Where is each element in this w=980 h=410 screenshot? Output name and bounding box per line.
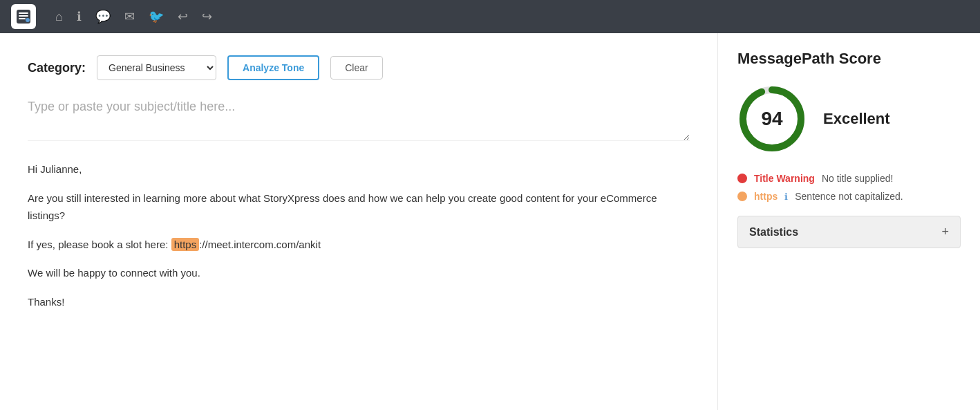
body-line-1: Are you still interested in learning mor… [28, 189, 690, 225]
navbar: ⌂ ℹ 💬 ✉ 🐦 ↩ ↪ [0, 0, 980, 33]
warnings-list: Title Warning No title supplied! https ℹ… [737, 173, 961, 202]
body-line-2-before: If yes, please book a slot here: [28, 239, 171, 250]
statistics-title: Statistics [749, 226, 798, 239]
warning-row-https: https ℹ Sentence not capitalized. [737, 191, 961, 202]
score-circle: 94 [737, 84, 807, 153]
editor-panel: Category: General Business Marketing Sal… [0, 33, 717, 410]
category-label: Category: [28, 61, 86, 75]
greeting-line: Hi Julianne, [28, 160, 690, 178]
chat-icon[interactable]: 💬 [95, 9, 111, 24]
reply-icon[interactable]: ↩ [178, 9, 188, 24]
category-row: Category: General Business Marketing Sal… [28, 55, 690, 80]
score-display: 94 Excellent [737, 84, 961, 153]
score-panel-title: MessagePath Score [737, 50, 961, 68]
https-warning-dot [737, 192, 747, 201]
mail-icon[interactable]: ✉ [124, 9, 135, 24]
score-number: 94 [761, 108, 782, 130]
nav-icons: ⌂ ℹ 💬 ✉ 🐦 ↩ ↪ [55, 9, 212, 24]
category-select[interactable]: General Business Marketing Sales Support [97, 55, 216, 80]
body-line-3: We will be happy to connect with you. [28, 264, 690, 282]
warning-row-title: Title Warning No title supplied! [737, 173, 961, 184]
clear-button[interactable]: Clear [330, 56, 382, 80]
body-line-4: Thanks! [28, 293, 690, 311]
info-icon[interactable]: ℹ [77, 9, 82, 24]
https-info-icon[interactable]: ℹ [784, 192, 788, 202]
body-line-2: If yes, please book a slot here: https:/… [28, 236, 690, 254]
main-container: Category: General Business Marketing Sal… [0, 33, 980, 410]
subject-input[interactable] [28, 100, 690, 141]
statistics-section[interactable]: Statistics + [737, 216, 961, 248]
score-label: Excellent [823, 110, 890, 128]
email-body: Hi Julianne, Are you still interested in… [28, 160, 690, 310]
twitter-icon[interactable]: 🐦 [149, 9, 164, 24]
https-warning-message: Sentence not capitalized. [795, 191, 903, 202]
https-warning-name: https [754, 191, 778, 202]
title-warning-name: Title Warning [754, 173, 815, 184]
svg-point-1 [26, 18, 30, 22]
statistics-expand-icon: + [941, 225, 949, 239]
analyze-tone-button[interactable]: Analyze Tone [227, 55, 319, 80]
home-icon[interactable]: ⌂ [55, 10, 63, 24]
forward-icon[interactable]: ↪ [202, 9, 212, 24]
app-logo[interactable] [11, 4, 36, 29]
https-link[interactable]: https [171, 238, 200, 251]
title-warning-message: No title supplied! [822, 173, 894, 184]
score-panel: MessagePath Score 94 Excellent Title War… [717, 33, 980, 410]
body-line-2-after: ://meet.intercom.com/ankit [199, 239, 321, 250]
title-warning-dot [737, 174, 747, 183]
